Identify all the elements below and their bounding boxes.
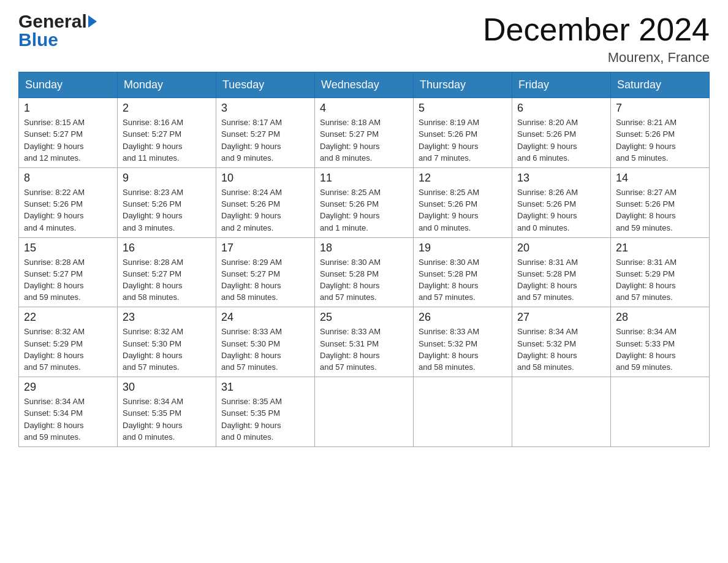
day-info: Sunrise: 8:33 AMSunset: 5:31 PMDaylight:… [320, 327, 381, 372]
logo-general-text: General [18, 12, 87, 31]
calendar-week-row: 1 Sunrise: 8:15 AMSunset: 5:27 PMDayligh… [19, 98, 710, 168]
table-row [512, 377, 611, 447]
day-info: Sunrise: 8:22 AMSunset: 5:26 PMDaylight:… [24, 188, 85, 232]
day-info: Sunrise: 8:26 AMSunset: 5:26 PMDaylight:… [517, 188, 578, 232]
table-row: 1 Sunrise: 8:15 AMSunset: 5:27 PMDayligh… [19, 98, 118, 168]
location-label: Mourenx, France [483, 50, 710, 66]
day-number: 9 [123, 172, 211, 185]
table-row: 23 Sunrise: 8:32 AMSunset: 5:30 PMDaylig… [118, 307, 216, 377]
table-row [414, 377, 512, 447]
calendar-week-row: 29 Sunrise: 8:34 AMSunset: 5:34 PMDaylig… [19, 377, 710, 447]
page-header: General Blue December 2024 Mourenx, Fran… [18, 12, 710, 66]
logo-blue-text: Blue [18, 31, 58, 49]
day-number: 30 [123, 381, 211, 394]
day-number: 11 [320, 172, 408, 185]
calendar-header-row: Sunday Monday Tuesday Wednesday Thursday… [19, 72, 710, 98]
day-number: 22 [24, 311, 112, 324]
col-thursday: Thursday [414, 72, 512, 98]
table-row: 3 Sunrise: 8:17 AMSunset: 5:27 PMDayligh… [216, 98, 315, 168]
day-info: Sunrise: 8:20 AMSunset: 5:26 PMDaylight:… [517, 118, 578, 163]
calendar-week-row: 15 Sunrise: 8:28 AMSunset: 5:27 PMDaylig… [19, 237, 710, 307]
table-row: 16 Sunrise: 8:28 AMSunset: 5:27 PMDaylig… [118, 237, 216, 307]
table-row: 15 Sunrise: 8:28 AMSunset: 5:27 PMDaylig… [19, 237, 118, 307]
day-number: 29 [24, 381, 112, 394]
day-number: 7 [616, 102, 704, 115]
table-row: 22 Sunrise: 8:32 AMSunset: 5:29 PMDaylig… [19, 307, 118, 377]
table-row: 21 Sunrise: 8:31 AMSunset: 5:29 PMDaylig… [611, 237, 710, 307]
table-row: 27 Sunrise: 8:34 AMSunset: 5:32 PMDaylig… [512, 307, 611, 377]
day-info: Sunrise: 8:35 AMSunset: 5:35 PMDaylight:… [221, 397, 282, 442]
day-number: 27 [517, 311, 605, 324]
table-row: 13 Sunrise: 8:26 AMSunset: 5:26 PMDaylig… [512, 167, 611, 237]
day-number: 21 [616, 242, 704, 255]
day-number: 12 [419, 172, 507, 185]
day-info: Sunrise: 8:30 AMSunset: 5:28 PMDaylight:… [419, 258, 479, 302]
day-number: 8 [24, 172, 112, 185]
table-row: 25 Sunrise: 8:33 AMSunset: 5:31 PMDaylig… [315, 307, 414, 377]
day-info: Sunrise: 8:30 AMSunset: 5:28 PMDaylight:… [320, 258, 381, 302]
calendar-table: Sunday Monday Tuesday Wednesday Thursday… [18, 72, 710, 447]
day-info: Sunrise: 8:31 AMSunset: 5:29 PMDaylight:… [616, 258, 677, 302]
day-number: 2 [123, 102, 211, 115]
table-row [611, 377, 710, 447]
day-info: Sunrise: 8:19 AMSunset: 5:26 PMDaylight:… [419, 118, 479, 163]
table-row: 10 Sunrise: 8:24 AMSunset: 5:26 PMDaylig… [216, 167, 315, 237]
table-row: 17 Sunrise: 8:29 AMSunset: 5:27 PMDaylig… [216, 237, 315, 307]
table-row: 24 Sunrise: 8:33 AMSunset: 5:30 PMDaylig… [216, 307, 315, 377]
table-row: 14 Sunrise: 8:27 AMSunset: 5:26 PMDaylig… [611, 167, 710, 237]
table-row [315, 377, 414, 447]
table-row: 28 Sunrise: 8:34 AMSunset: 5:33 PMDaylig… [611, 307, 710, 377]
day-info: Sunrise: 8:21 AMSunset: 5:26 PMDaylight:… [616, 118, 677, 163]
day-info: Sunrise: 8:34 AMSunset: 5:35 PMDaylight:… [123, 397, 183, 442]
table-row: 8 Sunrise: 8:22 AMSunset: 5:26 PMDayligh… [19, 167, 118, 237]
day-number: 4 [320, 102, 408, 115]
logo: General Blue [18, 12, 97, 49]
day-number: 6 [517, 102, 605, 115]
col-wednesday: Wednesday [315, 72, 414, 98]
day-info: Sunrise: 8:34 AMSunset: 5:34 PMDaylight:… [24, 397, 85, 442]
day-info: Sunrise: 8:18 AMSunset: 5:27 PMDaylight:… [320, 118, 381, 163]
day-info: Sunrise: 8:27 AMSunset: 5:26 PMDaylight:… [616, 188, 677, 232]
day-info: Sunrise: 8:34 AMSunset: 5:33 PMDaylight:… [616, 327, 677, 372]
table-row: 31 Sunrise: 8:35 AMSunset: 5:35 PMDaylig… [216, 377, 315, 447]
day-info: Sunrise: 8:32 AMSunset: 5:30 PMDaylight:… [123, 327, 183, 372]
day-info: Sunrise: 8:32 AMSunset: 5:29 PMDaylight:… [24, 327, 85, 372]
table-row: 2 Sunrise: 8:16 AMSunset: 5:27 PMDayligh… [118, 98, 216, 168]
day-info: Sunrise: 8:25 AMSunset: 5:26 PMDaylight:… [419, 188, 479, 232]
day-info: Sunrise: 8:29 AMSunset: 5:27 PMDaylight:… [221, 258, 282, 302]
table-row: 26 Sunrise: 8:33 AMSunset: 5:32 PMDaylig… [414, 307, 512, 377]
month-title: December 2024 [483, 12, 710, 47]
table-row: 11 Sunrise: 8:25 AMSunset: 5:26 PMDaylig… [315, 167, 414, 237]
day-number: 25 [320, 311, 408, 324]
day-number: 23 [123, 311, 211, 324]
day-number: 13 [517, 172, 605, 185]
day-info: Sunrise: 8:16 AMSunset: 5:27 PMDaylight:… [123, 118, 183, 163]
logo-arrow-icon [88, 15, 97, 28]
day-info: Sunrise: 8:24 AMSunset: 5:26 PMDaylight:… [221, 188, 282, 232]
table-row: 18 Sunrise: 8:30 AMSunset: 5:28 PMDaylig… [315, 237, 414, 307]
day-number: 26 [419, 311, 507, 324]
table-row: 30 Sunrise: 8:34 AMSunset: 5:35 PMDaylig… [118, 377, 216, 447]
day-number: 31 [221, 381, 309, 394]
day-info: Sunrise: 8:34 AMSunset: 5:32 PMDaylight:… [517, 327, 578, 372]
table-row: 9 Sunrise: 8:23 AMSunset: 5:26 PMDayligh… [118, 167, 216, 237]
col-saturday: Saturday [611, 72, 710, 98]
table-row: 5 Sunrise: 8:19 AMSunset: 5:26 PMDayligh… [414, 98, 512, 168]
day-number: 16 [123, 242, 211, 255]
col-friday: Friday [512, 72, 611, 98]
table-row: 6 Sunrise: 8:20 AMSunset: 5:26 PMDayligh… [512, 98, 611, 168]
day-number: 10 [221, 172, 309, 185]
day-number: 15 [24, 242, 112, 255]
day-number: 20 [517, 242, 605, 255]
calendar-week-row: 22 Sunrise: 8:32 AMSunset: 5:29 PMDaylig… [19, 307, 710, 377]
day-number: 14 [616, 172, 704, 185]
day-number: 19 [419, 242, 507, 255]
table-row: 12 Sunrise: 8:25 AMSunset: 5:26 PMDaylig… [414, 167, 512, 237]
day-info: Sunrise: 8:28 AMSunset: 5:27 PMDaylight:… [123, 258, 183, 302]
day-number: 24 [221, 311, 309, 324]
col-tuesday: Tuesday [216, 72, 315, 98]
calendar-week-row: 8 Sunrise: 8:22 AMSunset: 5:26 PMDayligh… [19, 167, 710, 237]
table-row: 4 Sunrise: 8:18 AMSunset: 5:27 PMDayligh… [315, 98, 414, 168]
title-section: December 2024 Mourenx, France [483, 12, 710, 66]
day-info: Sunrise: 8:23 AMSunset: 5:26 PMDaylight:… [123, 188, 183, 232]
